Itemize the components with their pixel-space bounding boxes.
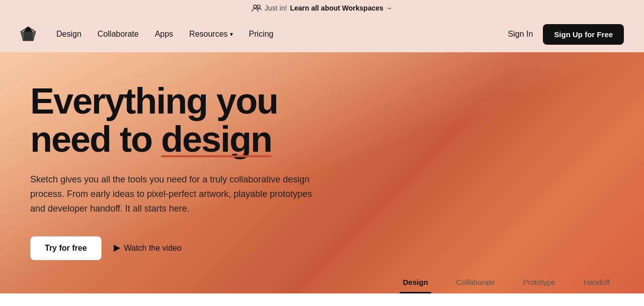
hero-actions: Try for free Watch the video [30, 236, 322, 260]
nav-item-resources[interactable]: Resources ▾ [189, 30, 232, 39]
svg-point-1 [257, 5, 260, 8]
nav-item-design[interactable]: Design [56, 30, 82, 39]
svg-point-0 [254, 5, 257, 8]
try-for-free-button[interactable]: Try for free [30, 236, 102, 260]
nav-links: Design Collaborate Apps Resources ▾ Pric… [56, 30, 508, 39]
tab-collaborate[interactable]: Collaborate [442, 271, 509, 293]
tab-design[interactable]: Design [389, 271, 442, 293]
nav-item-pricing[interactable]: Pricing [249, 30, 274, 39]
navbar-actions: Sign In Sign Up for Free [508, 24, 624, 45]
nav-item-apps[interactable]: Apps [155, 30, 173, 39]
hero-subtitle: Sketch gives you all the tools you need … [30, 172, 322, 216]
hero-content: Everything you need to design Sketch giv… [0, 52, 352, 280]
nav-item-collaborate[interactable]: Collaborate [98, 30, 139, 39]
sign-in-button[interactable]: Sign In [508, 30, 533, 39]
logo[interactable] [20, 26, 36, 42]
watch-video-button[interactable]: Watch the video [114, 244, 182, 253]
play-icon [114, 245, 120, 252]
hero-tabs: Design Collaborate Prototype Handoff [389, 271, 624, 293]
sign-up-button[interactable]: Sign Up for Free [543, 24, 624, 45]
announcement-link[interactable]: Learn all about Workspaces → [290, 4, 392, 12]
hero-section: Everything you need to design Sketch giv… [0, 52, 644, 293]
watch-video-label: Watch the video [124, 244, 182, 253]
tab-handoff[interactable]: Handoff [570, 271, 624, 293]
navbar: Design Collaborate Apps Resources ▾ Pric… [0, 16, 644, 52]
chevron-down-icon: ▾ [230, 31, 233, 38]
users-icon [252, 4, 262, 12]
svg-marker-6 [23, 32, 33, 41]
announcement-bar: Just in! Learn all about Workspaces → [0, 0, 644, 16]
hero-title: Everything you need to design [30, 82, 322, 158]
announcement-prefix: Just in! [265, 4, 287, 12]
hero-title-underline: design [161, 121, 272, 159]
tab-prototype[interactable]: Prototype [509, 271, 570, 293]
